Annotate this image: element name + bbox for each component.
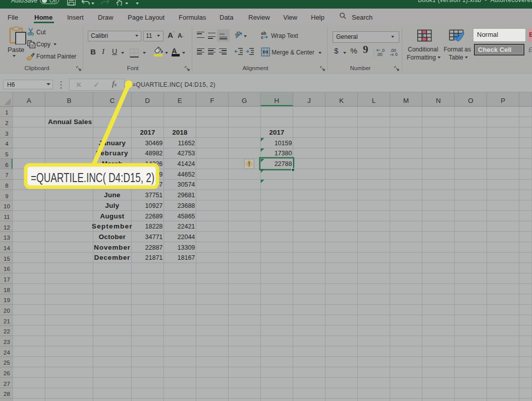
svg-text:26: 26 (4, 370, 10, 376)
svg-text:14226: 14226 (145, 160, 163, 167)
svg-text:22421: 22421 (178, 223, 195, 230)
svg-text:17: 17 (4, 276, 10, 282)
svg-text:25: 25 (4, 360, 10, 366)
svg-text:15: 15 (4, 255, 10, 261)
svg-text:May: May (105, 181, 119, 188)
svg-text:G: G (242, 97, 247, 104)
svg-text:L: L (372, 97, 376, 104)
svg-text:K: K (339, 97, 344, 104)
svg-text:23: 23 (4, 339, 10, 345)
svg-text:June: June (104, 191, 121, 199)
svg-text:2: 2 (5, 120, 8, 126)
svg-text:8: 8 (5, 183, 8, 189)
svg-text:30574: 30574 (178, 181, 195, 188)
svg-text:4: 4 (5, 141, 9, 147)
svg-text:M: M (403, 97, 409, 104)
svg-text:N: N (436, 97, 441, 104)
svg-text:12: 12 (4, 224, 10, 230)
svg-text:19: 19 (4, 297, 10, 303)
svg-text:6: 6 (5, 161, 8, 167)
svg-text:!: ! (248, 160, 250, 167)
svg-text:February: February (96, 149, 128, 157)
svg-text:1: 1 (5, 109, 8, 116)
svg-text:37751: 37751 (145, 192, 163, 199)
svg-text:C: C (110, 97, 115, 104)
svg-text:7: 7 (5, 172, 8, 178)
svg-text:28107: 28107 (145, 181, 163, 188)
svg-text:Annual Sales: Annual Sales (48, 118, 92, 126)
svg-text:42753: 42753 (178, 150, 195, 157)
svg-text:44652: 44652 (178, 170, 195, 178)
svg-text:March: March (102, 160, 123, 167)
svg-text:22044: 22044 (178, 233, 195, 240)
svg-text:18: 18 (4, 287, 10, 293)
svg-text:13309: 13309 (178, 244, 195, 251)
svg-text:45865: 45865 (178, 212, 195, 219)
svg-text:July: July (105, 201, 119, 209)
svg-text:November: November (94, 243, 130, 251)
svg-text:October: October (99, 233, 126, 240)
svg-text:17380: 17380 (275, 150, 292, 157)
svg-text:34771: 34771 (145, 233, 163, 240)
svg-text:22788: 22788 (275, 160, 292, 167)
svg-text:29681: 29681 (178, 192, 195, 199)
svg-text:14: 14 (4, 245, 10, 251)
svg-text:2017: 2017 (140, 129, 155, 136)
svg-text:30469: 30469 (145, 139, 163, 146)
svg-text:April: April (104, 170, 120, 178)
svg-text:2018: 2018 (172, 129, 188, 136)
svg-text:2017: 2017 (269, 129, 284, 136)
svg-text:c: c (261, 35, 263, 39)
svg-text:December: December (94, 254, 130, 261)
svg-text:11: 11 (4, 214, 10, 220)
svg-text:22689: 22689 (145, 212, 163, 219)
svg-text:23688: 23688 (178, 202, 195, 209)
svg-text:22887: 22887 (145, 244, 163, 251)
svg-text:16: 16 (4, 266, 10, 272)
svg-text:20: 20 (4, 308, 10, 314)
svg-text:21: 21 (4, 318, 10, 324)
svg-text:21871: 21871 (145, 254, 163, 261)
svg-text:28: 28 (4, 391, 10, 397)
svg-text:18228: 18228 (145, 223, 163, 230)
svg-text:9: 9 (5, 193, 8, 199)
svg-text:48982: 48982 (145, 150, 163, 157)
svg-text:A: A (27, 97, 31, 104)
svg-text:J: J (307, 97, 311, 104)
svg-text:22: 22 (4, 328, 10, 334)
svg-text:0: 0 (395, 52, 398, 56)
svg-text:E: E (178, 97, 182, 104)
svg-text:33439: 33439 (145, 170, 163, 178)
svg-text:13: 13 (4, 235, 10, 241)
svg-text:10927: 10927 (145, 202, 163, 209)
svg-text:September: September (92, 222, 133, 230)
svg-text:O: O (468, 97, 473, 104)
svg-text:B: B (67, 97, 71, 104)
svg-text:January: January (99, 139, 126, 146)
svg-text:.00: .00 (377, 52, 383, 56)
svg-text:August: August (100, 212, 124, 219)
svg-text:D: D (145, 97, 150, 104)
svg-text:18167: 18167 (178, 254, 195, 261)
svg-text:11652: 11652 (178, 139, 195, 146)
svg-text:10: 10 (4, 203, 10, 209)
svg-text:27: 27 (4, 380, 10, 386)
svg-text:F: F (210, 97, 214, 104)
svg-text:10159: 10159 (275, 139, 292, 146)
svg-text:41424: 41424 (178, 160, 195, 167)
svg-text:5: 5 (5, 151, 8, 157)
svg-text:H: H (274, 97, 279, 104)
svg-text:24: 24 (4, 349, 10, 355)
svg-text:P: P (501, 97, 505, 104)
svg-text:3: 3 (5, 130, 8, 136)
